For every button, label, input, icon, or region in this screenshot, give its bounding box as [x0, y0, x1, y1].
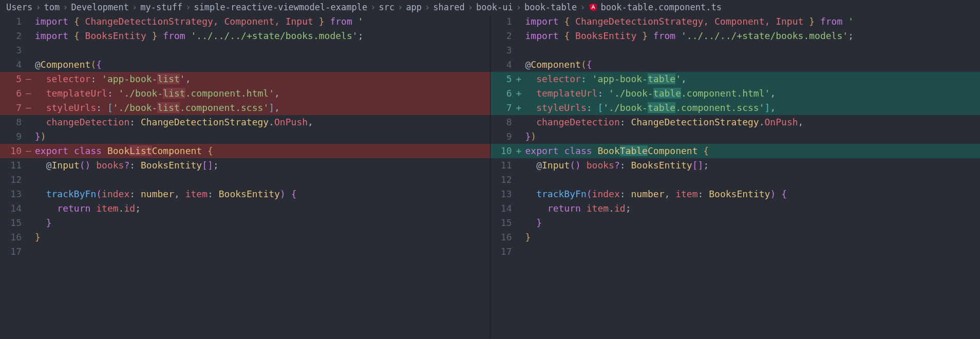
- diff-marker: +: [516, 144, 525, 158]
- line-content: templateUrl: './book-list.component.html…: [35, 86, 490, 101]
- breadcrumb-separator: ›: [516, 2, 521, 12]
- diff-marker: —: [26, 101, 35, 115]
- line-number: 5: [491, 72, 516, 86]
- line-content: trackByFn(index: number, item: BooksEnti…: [525, 187, 981, 201]
- code-line[interactable]: 9 }): [491, 129, 981, 144]
- code-line[interactable]: 11 @Input() books?: BooksEntity[];: [491, 158, 981, 173]
- line-number: 4: [491, 58, 516, 72]
- line-number: 16: [0, 230, 26, 244]
- code-line[interactable]: 7 — styleUrls: ['./book-list.component.s…: [0, 101, 490, 115]
- line-number: 8: [491, 115, 516, 129]
- line-content: @Input() books?: BooksEntity[];: [35, 158, 490, 173]
- code-line[interactable]: 1 import { ChangeDetectionStrategy, Comp…: [0, 14, 490, 29]
- diff-pane-right[interactable]: 1 import { ChangeDetectionStrategy, Comp…: [491, 14, 981, 338]
- code-line[interactable]: 15 }: [491, 216, 981, 230]
- breadcrumb-segment[interactable]: book-ui: [476, 2, 513, 12]
- line-number: 12: [0, 173, 26, 187]
- line-number: 10: [491, 144, 516, 158]
- line-number: 11: [0, 158, 26, 173]
- line-content: import { ChangeDetectionStrategy, Compon…: [525, 14, 981, 29]
- line-content: styleUrls: ['./book-list.component.scss'…: [35, 101, 490, 115]
- line-content: return item.id;: [525, 201, 981, 216]
- line-number: 12: [491, 173, 516, 187]
- line-number: 13: [491, 187, 516, 201]
- line-number: 17: [0, 244, 26, 259]
- code-line[interactable]: 17: [491, 244, 981, 259]
- line-content: return item.id;: [35, 201, 490, 216]
- code-line[interactable]: 3: [491, 43, 981, 58]
- code-line[interactable]: 16 }: [0, 230, 490, 244]
- breadcrumb-separator: ›: [35, 2, 41, 12]
- code-line[interactable]: 10 — export class BookListComponent {: [0, 144, 490, 158]
- line-content: }): [525, 129, 981, 144]
- line-content: styleUrls: ['./book-table.component.scss…: [525, 101, 981, 115]
- code-line[interactable]: 8 changeDetection: ChangeDetectionStrate…: [491, 115, 981, 129]
- line-content: changeDetection: ChangeDetectionStrategy…: [35, 115, 490, 129]
- code-line[interactable]: 6 + templateUrl: './book-table.component…: [491, 86, 981, 101]
- breadcrumb-separator: ›: [370, 2, 375, 12]
- code-line[interactable]: 13 trackByFn(index: number, item: BooksE…: [0, 187, 490, 201]
- code-line[interactable]: 9 }): [0, 129, 490, 144]
- line-number: 4: [0, 58, 26, 72]
- line-content: @Input() books?: BooksEntity[];: [525, 158, 981, 173]
- line-content: import { ChangeDetectionStrategy, Compon…: [35, 14, 490, 29]
- breadcrumb-segment[interactable]: shared: [433, 2, 464, 12]
- breadcrumb-segment[interactable]: Users: [6, 2, 32, 12]
- line-content: }): [35, 129, 490, 144]
- code-line[interactable]: 5 + selector: 'app-book-table',: [491, 72, 981, 86]
- code-line[interactable]: 12: [491, 173, 981, 187]
- breadcrumb-separator: ›: [580, 2, 585, 12]
- line-number: 10: [0, 144, 26, 158]
- code-line[interactable]: 14 return item.id;: [0, 201, 490, 216]
- line-content: import { BooksEntity } from '../../../+s…: [35, 29, 490, 43]
- diff-pane-left[interactable]: 1 import { ChangeDetectionStrategy, Comp…: [0, 14, 491, 338]
- code-line[interactable]: 12: [0, 173, 490, 187]
- line-number: 6: [491, 86, 516, 101]
- line-number: 3: [0, 43, 26, 58]
- diff-marker: +: [516, 72, 525, 86]
- line-number: 8: [0, 115, 26, 129]
- breadcrumb-separator: ›: [63, 2, 68, 12]
- line-number: 2: [491, 29, 516, 43]
- code-line[interactable]: 1 import { ChangeDetectionStrategy, Comp…: [491, 14, 981, 29]
- line-number: 2: [0, 29, 26, 43]
- breadcrumb-segment[interactable]: app: [406, 2, 422, 12]
- line-number: 9: [491, 129, 516, 144]
- line-content: }: [35, 216, 490, 230]
- line-content: templateUrl: './book-table.component.htm…: [525, 86, 981, 101]
- line-number: 3: [491, 43, 516, 58]
- breadcrumb-segment[interactable]: my-stuff: [140, 2, 182, 12]
- breadcrumb-file[interactable]: book-table.component.ts: [601, 2, 722, 12]
- angular-icon: [589, 3, 598, 12]
- breadcrumb-segment[interactable]: book-table: [524, 2, 577, 12]
- code-line[interactable]: 11 @Input() books?: BooksEntity[];: [0, 158, 490, 173]
- line-content: @Component({: [525, 58, 981, 72]
- code-line[interactable]: 7 + styleUrls: ['./book-table.component.…: [491, 101, 981, 115]
- code-line[interactable]: 3: [0, 43, 490, 58]
- line-number: 14: [0, 201, 26, 216]
- code-line[interactable]: 5 — selector: 'app-book-list',: [0, 72, 490, 86]
- code-line[interactable]: 2 import { BooksEntity } from '../../../…: [0, 29, 490, 43]
- code-line[interactable]: 2 import { BooksEntity } from '../../../…: [491, 29, 981, 43]
- breadcrumb-segment[interactable]: tom: [44, 2, 60, 12]
- code-line[interactable]: 10 + export class BookTableComponent {: [491, 144, 981, 158]
- breadcrumb-segment[interactable]: simple-reactive-viewmodel-example: [194, 2, 367, 12]
- code-line[interactable]: 17: [0, 244, 490, 259]
- code-line[interactable]: 14 return item.id;: [491, 201, 981, 216]
- line-number: 7: [0, 101, 26, 115]
- code-line[interactable]: 8 changeDetection: ChangeDetectionStrate…: [0, 115, 490, 129]
- line-number: 15: [0, 216, 26, 230]
- code-line[interactable]: 4 @Component({: [491, 58, 981, 72]
- code-line[interactable]: 6 — templateUrl: './book-list.component.…: [0, 86, 490, 101]
- breadcrumb-segment[interactable]: src: [379, 2, 394, 12]
- line-number: 13: [0, 187, 26, 201]
- diff-marker: —: [26, 86, 35, 101]
- line-content: import { BooksEntity } from '../../../+s…: [525, 29, 981, 43]
- code-line[interactable]: 15 }: [0, 216, 490, 230]
- code-line[interactable]: 16 }: [491, 230, 981, 244]
- breadcrumb-separator: ›: [398, 2, 403, 12]
- line-number: 16: [491, 230, 516, 244]
- breadcrumb-segment[interactable]: Development: [71, 2, 129, 12]
- code-line[interactable]: 4 @Component({: [0, 58, 490, 72]
- code-line[interactable]: 13 trackByFn(index: number, item: BooksE…: [491, 187, 981, 201]
